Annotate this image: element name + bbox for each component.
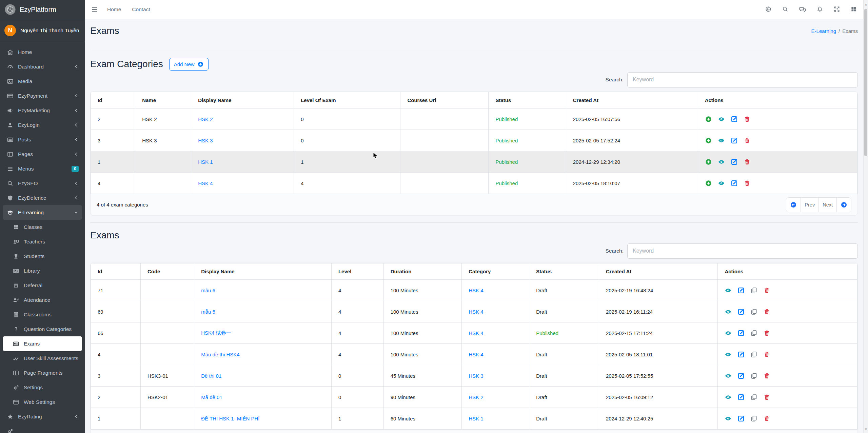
exams-search-input[interactable] xyxy=(627,243,858,259)
sidebar-item-deferral[interactable]: Deferral xyxy=(3,278,82,293)
view-action-button[interactable] xyxy=(725,287,732,294)
exam-display-name-link[interactable]: Mã đề 01 xyxy=(201,394,222,400)
delete-action-button[interactable] xyxy=(744,158,751,165)
duplicate-action-button[interactable] xyxy=(750,330,757,337)
exam-display-name-link[interactable]: Đề thi 01 xyxy=(201,373,221,379)
sidebar-item-settings[interactable]: Settings xyxy=(3,380,82,395)
duplicate-action-button[interactable] xyxy=(750,394,757,401)
next-page-button[interactable]: Next xyxy=(818,198,836,212)
edit-action-button[interactable] xyxy=(737,351,745,358)
scroll-down-arrow-icon[interactable]: ▼ xyxy=(864,427,868,432)
delete-action-button[interactable] xyxy=(744,180,751,187)
add-new-category-button[interactable]: Add New xyxy=(169,58,209,71)
fullscreen-expand-icon[interactable] xyxy=(833,6,840,13)
sidebar-item-pages[interactable]: Pages xyxy=(3,147,82,161)
exam-display-name-link[interactable]: mẫu 5 xyxy=(201,309,215,315)
delete-action-button[interactable] xyxy=(744,137,751,144)
sidebar-item-page-fragments[interactable]: Page Fragments xyxy=(3,366,82,380)
edit-action-button[interactable] xyxy=(731,137,738,144)
exam-category-link[interactable]: HSK 4 xyxy=(469,330,483,336)
globe-icon[interactable] xyxy=(765,6,772,13)
view-action-button[interactable] xyxy=(718,116,725,123)
category-display-name-link[interactable]: HSK 4 xyxy=(198,180,213,186)
exam-category-link[interactable]: HSK 4 xyxy=(469,309,483,315)
sidebar-item-ezylogin[interactable]: EzyLogin xyxy=(3,118,82,132)
exam-display-name-link[interactable]: mẫu 6 xyxy=(201,288,215,293)
edit-action-button[interactable] xyxy=(737,330,745,337)
vertical-scrollbar[interactable]: ▲ ▼ xyxy=(863,0,868,433)
sidebar-item-media[interactable]: Media xyxy=(3,74,82,88)
sidebar-item-home[interactable]: Home xyxy=(3,45,82,59)
scrollbar-thumb[interactable] xyxy=(864,9,867,156)
apps-grid-icon[interactable] xyxy=(850,6,857,13)
delete-action-button[interactable] xyxy=(763,351,770,358)
duplicate-action-button[interactable] xyxy=(750,351,757,358)
prev-page-button[interactable]: Prev xyxy=(801,198,818,212)
delete-action-button[interactable] xyxy=(763,415,770,422)
sidebar-item-dashboard[interactable]: Dashboard xyxy=(3,59,82,74)
exam-category-link[interactable]: HSK 2 xyxy=(469,394,483,400)
sidebar-item-students[interactable]: Students xyxy=(3,249,82,263)
messages-icon[interactable] xyxy=(799,6,806,13)
sidebar-item-classes[interactable]: Classes xyxy=(3,220,82,234)
scroll-up-arrow-icon[interactable]: ▲ xyxy=(864,2,868,7)
exam-display-name-link[interactable]: Mẫu đề thi HSK4 xyxy=(201,352,239,357)
sidebar-item-exams[interactable]: Exams xyxy=(3,336,82,351)
exam-display-name-link[interactable]: HSK4 试卷一 xyxy=(201,330,231,336)
sidebar-item-ezypayment[interactable]: EzyPayment xyxy=(3,88,82,103)
view-action-button[interactable] xyxy=(725,308,732,315)
last-page-button[interactable] xyxy=(836,198,851,212)
categories-search-input[interactable] xyxy=(627,72,858,87)
exam-category-link[interactable]: HSK 4 xyxy=(469,288,483,293)
sidebar-item-menus[interactable]: Menus 0 xyxy=(3,161,82,176)
sidebar-item-question-categories[interactable]: Question Categories xyxy=(3,322,82,336)
duplicate-action-button[interactable] xyxy=(750,287,757,294)
exam-category-link[interactable]: HSK 1 xyxy=(469,416,483,421)
sidebar-item-user-skill-assessments[interactable]: User Skill Assessments xyxy=(3,351,82,366)
delete-action-button[interactable] xyxy=(763,372,770,379)
sidebar-item-posts[interactable]: Posts xyxy=(3,132,82,147)
edit-action-button[interactable] xyxy=(731,116,738,123)
sidebar-item-ezyseo[interactable]: EzySEO xyxy=(3,176,82,191)
view-action-button[interactable] xyxy=(725,415,732,422)
sidebar-item-elearning[interactable]: E-Learning xyxy=(3,205,82,220)
duplicate-action-button[interactable] xyxy=(750,372,757,379)
hamburger-menu-icon[interactable] xyxy=(91,6,98,13)
delete-action-button[interactable] xyxy=(744,116,751,123)
view-action-button[interactable] xyxy=(725,330,732,337)
first-page-button[interactable] xyxy=(786,198,801,212)
topnav-link-contact[interactable]: Contact xyxy=(132,6,150,13)
duplicate-action-button[interactable] xyxy=(750,308,757,315)
sidebar-item-teachers[interactable]: Teachers xyxy=(3,234,82,249)
sidebar-item-partial[interactable] xyxy=(3,424,82,433)
view-action-button[interactable] xyxy=(718,180,725,187)
add-action-button[interactable] xyxy=(705,180,712,187)
add-action-button[interactable] xyxy=(705,158,712,165)
delete-action-button[interactable] xyxy=(763,330,770,337)
brand[interactable]: EzyPlatform xyxy=(0,0,85,19)
sidebar-item-classrooms[interactable]: Classrooms xyxy=(3,307,82,322)
delete-action-button[interactable] xyxy=(763,308,770,315)
edit-action-button[interactable] xyxy=(737,287,745,294)
delete-action-button[interactable] xyxy=(763,394,770,401)
sidebar-item-ezydefence[interactable]: EzyDefence xyxy=(3,191,82,205)
category-display-name-link[interactable]: HSK 2 xyxy=(198,116,213,122)
add-action-button[interactable] xyxy=(705,137,712,144)
edit-action-button[interactable] xyxy=(731,158,738,165)
sidebar-item-web-settings[interactable]: Web Settings xyxy=(3,395,82,409)
breadcrumb-elearning-link[interactable]: E-Learning xyxy=(811,28,836,34)
exam-display-name-link[interactable]: ĐỀ THI HSK 1- MIỄN PHÍ xyxy=(201,416,259,421)
edit-action-button[interactable] xyxy=(737,308,745,315)
view-action-button[interactable] xyxy=(718,137,725,144)
duplicate-action-button[interactable] xyxy=(750,415,757,422)
edit-action-button[interactable] xyxy=(737,415,745,422)
search-icon[interactable] xyxy=(782,6,789,13)
user-panel[interactable]: N Nguyễn Thị Thanh Tuyền xyxy=(0,19,85,42)
sidebar-item-library[interactable]: Library xyxy=(3,263,82,278)
notifications-bell-icon[interactable] xyxy=(816,6,823,13)
sidebar-item-ezyrating[interactable]: EzyRating xyxy=(3,409,82,424)
edit-action-button[interactable] xyxy=(737,372,745,379)
sidebar-item-attendance[interactable]: Attendance xyxy=(3,293,82,307)
view-action-button[interactable] xyxy=(725,394,732,401)
view-action-button[interactable] xyxy=(725,372,732,379)
